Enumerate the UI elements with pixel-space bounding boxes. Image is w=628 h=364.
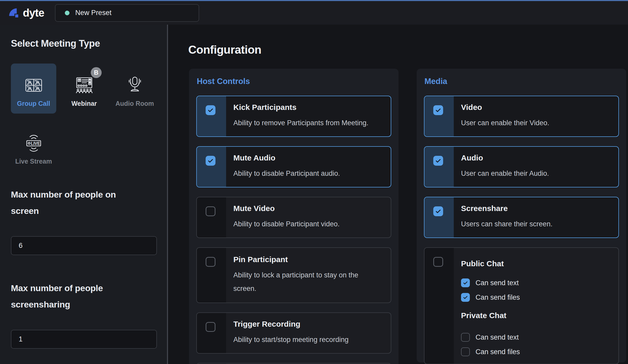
card-strip — [197, 313, 226, 353]
page-title: Configuration — [188, 43, 261, 56]
card-description: Ability to start/stop meeting recording — [233, 333, 383, 346]
beta-badge: B — [91, 67, 102, 78]
card-title: Pin Participant — [233, 255, 383, 264]
sidebar: Select Meeting Type Group Call B — [0, 25, 167, 364]
max-people-on-screen-label: Max number of people on screen — [11, 186, 146, 219]
tile-label-live-stream: Live Stream — [11, 158, 56, 165]
mute-audio-checkbox[interactable] — [206, 156, 215, 166]
meeting-type-tiles: Group Call B — [11, 64, 156, 171]
host-controls-panel: Host Controls Kick Participants Ability … — [189, 69, 399, 364]
card-description: Ability to disable Participant audio. — [233, 167, 383, 180]
card-kick-participants[interactable]: Kick Participants Ability to remove Part… — [196, 96, 391, 137]
card-strip — [424, 147, 454, 187]
card-strip — [424, 197, 454, 237]
card-description: Ability to disable Participant video. — [233, 218, 383, 231]
card-title: Public Chat — [461, 259, 611, 268]
card-description: User can enable their Video. — [461, 116, 611, 130]
tile-audio-room[interactable]: Audio Room — [112, 64, 157, 114]
card-title: Kick Participants — [233, 103, 383, 112]
private-can-send-text-checkbox[interactable] — [461, 333, 470, 342]
dyte-logo-icon — [8, 7, 20, 19]
card-chat[interactable]: Public Chat Can send text Can send files… — [424, 247, 619, 364]
checkbox-label: Can send files — [476, 348, 520, 356]
public-chat-checkbox[interactable] — [433, 257, 443, 267]
audio-room-icon — [125, 75, 145, 95]
card-strip — [197, 248, 226, 303]
card-strip — [197, 197, 226, 237]
preset-status-dot-icon — [65, 11, 69, 15]
card-title: Video — [461, 103, 611, 112]
audio-checkbox[interactable] — [433, 156, 443, 166]
card-strip — [197, 96, 226, 136]
live-stream-icon: LIVE — [24, 133, 44, 153]
kick-participants-checkbox[interactable] — [206, 105, 215, 115]
card-video[interactable]: Video User can enable their Video. — [424, 96, 619, 137]
card-title: Mute Video — [233, 204, 383, 213]
card-strip — [424, 96, 454, 136]
card-screenshare[interactable]: Screenshare Users can share their screen… — [424, 197, 619, 238]
card-description: Users can share their screen. — [461, 218, 611, 231]
card-title: Trigger Recording — [233, 320, 383, 328]
public-can-send-text-row: Can send text — [461, 278, 611, 287]
group-call-icon — [24, 75, 44, 95]
card-title: Mute Audio — [233, 153, 383, 162]
public-can-send-files-checkbox[interactable] — [461, 293, 470, 302]
card-strip — [197, 147, 226, 187]
live-icon-text: LIVE — [31, 141, 40, 145]
preset-name-box[interactable]: New Preset — [55, 4, 199, 22]
webinar-icon — [74, 75, 94, 95]
public-can-send-text-checkbox[interactable] — [461, 278, 470, 287]
card-mute-video[interactable]: Mute Video Ability to disable Participan… — [196, 197, 391, 238]
card-title: Screenshare — [461, 204, 611, 213]
checkbox-label: Can send text — [476, 279, 519, 287]
media-heading: Media — [424, 76, 619, 86]
mute-video-checkbox[interactable] — [206, 206, 215, 216]
card-description: Ability to lock a participant to stay on… — [233, 269, 383, 295]
tile-group-call[interactable]: Group Call — [11, 64, 56, 114]
card-title: Audio — [461, 153, 611, 162]
tile-label-group-call: Group Call — [11, 100, 56, 107]
video-checkbox[interactable] — [433, 105, 443, 115]
trigger-recording-checkbox[interactable] — [206, 322, 215, 332]
tile-live-stream[interactable]: LIVE Live Stream — [11, 121, 56, 171]
max-people-on-screen-input[interactable] — [11, 236, 157, 255]
card-pin-participant[interactable]: Pin Participant Ability to lock a partic… — [196, 247, 391, 303]
card-description: Ability to remove Participants from Meet… — [233, 116, 383, 130]
public-can-send-files-row: Can send files — [461, 293, 611, 302]
card-mute-audio[interactable]: Mute Audio Ability to disable Participan… — [196, 146, 391, 187]
brand-name: dyte — [23, 7, 44, 19]
card-trigger-recording[interactable]: Trigger Recording Ability to start/stop … — [196, 312, 391, 354]
media-panel: Media Video User can enable their Video.… — [417, 69, 626, 362]
top-bar: dyte New Preset — [0, 0, 628, 25]
max-screensharing-input[interactable] — [11, 330, 157, 349]
preset-name: New Preset — [75, 9, 111, 17]
private-chat-subtitle: Private Chat — [461, 311, 611, 320]
host-controls-heading: Host Controls — [196, 76, 391, 86]
configuration-area: Configuration Host Controls Kick Partici… — [168, 25, 628, 364]
card-audio[interactable]: Audio User can enable their Audio. — [424, 146, 619, 187]
tile-label-webinar: Webinar — [61, 100, 107, 107]
card-truncated[interactable] — [196, 363, 391, 364]
checkbox-label: Can send files — [476, 293, 520, 302]
tile-webinar[interactable]: B Webina — [61, 64, 107, 114]
tile-label-audio-room: Audio Room — [112, 100, 157, 107]
card-description: User can enable their Audio. — [461, 167, 611, 180]
private-can-send-text-row: Can send text — [461, 333, 611, 342]
private-can-send-files-checkbox[interactable] — [461, 347, 470, 356]
dyte-logo: dyte — [8, 7, 44, 19]
private-can-send-files-row: Can send files — [461, 347, 611, 356]
max-screensharing-label: Max number of people screensharing — [11, 280, 146, 313]
screenshare-checkbox[interactable] — [433, 206, 443, 216]
checkbox-label: Can send text — [476, 333, 519, 341]
pin-participant-checkbox[interactable] — [206, 257, 215, 267]
meeting-type-heading: Select Meeting Type — [11, 38, 156, 49]
